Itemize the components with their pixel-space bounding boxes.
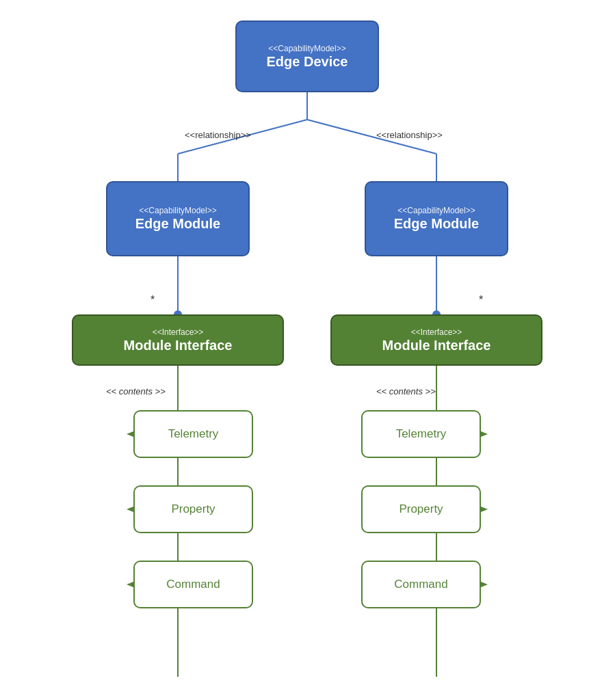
edge-device-stereotype: <<CapabilityModel>>: [268, 44, 345, 53]
module-interface-left-stereotype: <<Interface>>: [153, 327, 204, 337]
property-right-label: Property: [399, 502, 443, 516]
svg-marker-11: [127, 431, 133, 437]
svg-marker-22: [481, 582, 488, 587]
svg-marker-13: [127, 507, 133, 512]
property-left-label: Property: [171, 502, 215, 516]
contents-label-left: << contents >>: [106, 386, 166, 396]
module-interface-left-node: <<Interface>> Module Interface: [72, 314, 284, 366]
relationship-label-right: <<relationship>>: [376, 130, 443, 140]
edge-module-left-title: Edge Module: [135, 215, 220, 232]
command-left-label: Command: [166, 578, 220, 591]
property-left-node: Property: [133, 485, 253, 533]
telemetry-left-label: Telemetry: [168, 427, 219, 441]
telemetry-left-node: Telemetry: [133, 410, 253, 458]
relationship-label-left: <<relationship>>: [185, 130, 251, 140]
edge-module-left-node: <<CapabilityModel>> Edge Module: [106, 181, 250, 256]
edge-device-title: Edge Device: [267, 53, 348, 70]
edge-module-left-stereotype: <<CapabilityModel>>: [139, 206, 216, 215]
property-right-node: Property: [361, 485, 481, 533]
edge-module-right-title: Edge Module: [394, 215, 479, 232]
multiplicity-left: *: [151, 294, 155, 306]
contents-label-right: << contents >>: [376, 386, 436, 396]
edge-module-right-stereotype: <<CapabilityModel>>: [397, 206, 475, 215]
svg-marker-18: [481, 431, 488, 437]
svg-marker-15: [127, 582, 133, 587]
command-right-label: Command: [394, 578, 447, 591]
module-interface-right-node: <<Interface>> Module Interface: [330, 314, 542, 366]
module-interface-right-stereotype: <<Interface>>: [411, 327, 462, 337]
module-interface-left-title: Module Interface: [124, 337, 233, 353]
multiplicity-right: *: [479, 294, 483, 306]
telemetry-right-label: Telemetry: [396, 427, 447, 441]
telemetry-right-node: Telemetry: [361, 410, 481, 458]
edge-module-right-node: <<CapabilityModel>> Edge Module: [365, 181, 508, 256]
diagram: <<CapabilityModel>> Edge Device <<relati…: [0, 0, 615, 700]
svg-marker-20: [481, 507, 488, 512]
command-right-node: Command: [361, 561, 481, 608]
module-interface-right-title: Module Interface: [382, 337, 491, 353]
edge-device-node: <<CapabilityModel>> Edge Device: [235, 21, 379, 92]
command-left-node: Command: [133, 561, 253, 608]
